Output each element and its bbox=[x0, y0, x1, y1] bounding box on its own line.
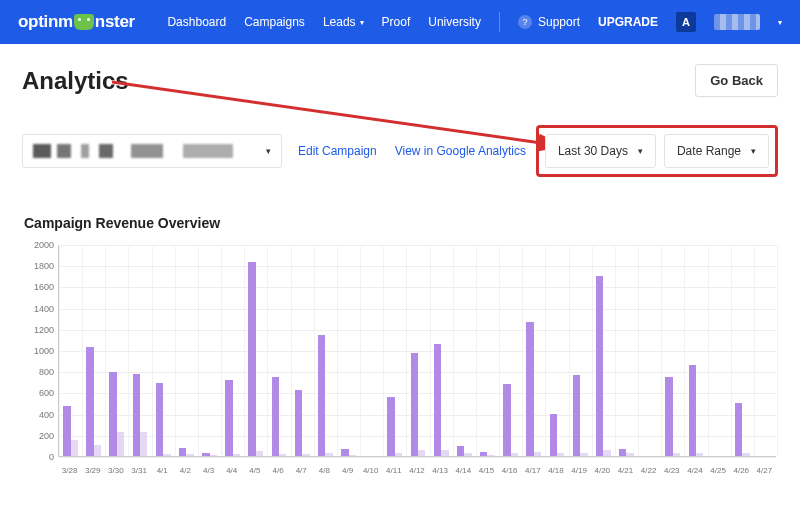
nav-leads[interactable]: Leads▾ bbox=[323, 15, 364, 29]
chart-bar bbox=[325, 453, 332, 456]
y-tick-label: 400 bbox=[18, 410, 54, 420]
x-tick-label: 4/8 bbox=[319, 466, 330, 475]
chart-bar bbox=[550, 414, 557, 456]
chart-bar bbox=[133, 374, 140, 456]
chart-bar bbox=[580, 453, 587, 456]
chart-bar bbox=[109, 372, 116, 456]
chart-bar bbox=[418, 450, 425, 456]
date-range-select[interactable]: Date Range ▾ bbox=[664, 134, 769, 168]
x-tick-label: 4/10 bbox=[363, 466, 379, 475]
logo-text-post: nster bbox=[95, 12, 135, 32]
chart-bar bbox=[534, 452, 541, 456]
nav-separator bbox=[499, 12, 500, 32]
x-tick-label: 4/25 bbox=[710, 466, 726, 475]
chart-bar bbox=[248, 262, 255, 456]
chart-bar bbox=[387, 397, 394, 456]
nav-support[interactable]: ?Support bbox=[518, 15, 580, 29]
chart-bar bbox=[225, 380, 232, 456]
chart-bar bbox=[742, 453, 749, 456]
chart-bar bbox=[302, 454, 309, 456]
y-tick-label: 1200 bbox=[18, 325, 54, 335]
controls-row: ▾ Edit Campaign View in Google Analytics… bbox=[22, 125, 778, 177]
question-icon: ? bbox=[518, 15, 532, 29]
chevron-down-icon: ▾ bbox=[751, 146, 756, 156]
view-google-analytics-link[interactable]: View in Google Analytics bbox=[395, 144, 526, 158]
y-tick-label: 800 bbox=[18, 367, 54, 377]
chart-bar bbox=[117, 432, 124, 456]
y-tick-label: 1400 bbox=[18, 304, 54, 314]
x-tick-label: 4/16 bbox=[502, 466, 518, 475]
x-tick-label: 4/19 bbox=[571, 466, 587, 475]
x-tick-label: 4/26 bbox=[733, 466, 749, 475]
chevron-down-icon: ▾ bbox=[638, 146, 643, 156]
date-preset-label: Last 30 Days bbox=[558, 144, 628, 158]
page-title: Analytics bbox=[22, 67, 129, 95]
chart-bar bbox=[341, 449, 348, 456]
username-obscured bbox=[714, 14, 760, 30]
chart-bar bbox=[272, 377, 279, 457]
page-body: Analytics Go Back ▾ Edit Campaign View i… bbox=[0, 44, 800, 475]
x-tick-label: 4/18 bbox=[548, 466, 564, 475]
x-tick-label: 4/1 bbox=[157, 466, 168, 475]
title-row: Analytics Go Back bbox=[22, 64, 778, 97]
x-tick-label: 4/13 bbox=[432, 466, 448, 475]
nav-upgrade[interactable]: UPGRADE bbox=[598, 15, 658, 29]
logo[interactable]: optinm nster bbox=[18, 12, 135, 32]
main-nav: Dashboard Campaigns Leads▾ Proof Univers… bbox=[167, 12, 782, 32]
chevron-down-icon[interactable]: ▾ bbox=[778, 18, 782, 27]
chart-bar bbox=[487, 455, 494, 456]
y-tick-label: 200 bbox=[18, 431, 54, 441]
x-tick-label: 4/4 bbox=[226, 466, 237, 475]
y-tick-label: 600 bbox=[18, 388, 54, 398]
chart-bar bbox=[441, 450, 448, 456]
go-back-button[interactable]: Go Back bbox=[695, 64, 778, 97]
chart-bar bbox=[256, 451, 263, 456]
x-tick-label: 4/2 bbox=[180, 466, 191, 475]
x-tick-label: 4/20 bbox=[594, 466, 610, 475]
chart-bar bbox=[673, 453, 680, 456]
x-tick-label: 3/30 bbox=[108, 466, 124, 475]
chart-bar bbox=[279, 454, 286, 456]
chart-bar bbox=[596, 276, 603, 456]
chart-bar bbox=[603, 450, 610, 456]
chart-bar bbox=[202, 453, 209, 456]
x-tick-label: 3/29 bbox=[85, 466, 101, 475]
nav-university[interactable]: University bbox=[428, 15, 481, 29]
campaign-select[interactable]: ▾ bbox=[22, 134, 282, 168]
revenue-chart: 02004006008001000120014001600180020003/2… bbox=[18, 245, 778, 475]
chart-bar bbox=[179, 448, 186, 456]
nav-proof[interactable]: Proof bbox=[382, 15, 411, 29]
nav-dashboard[interactable]: Dashboard bbox=[167, 15, 226, 29]
chart-bar bbox=[511, 453, 518, 456]
chart-bar bbox=[318, 335, 325, 456]
y-tick-label: 0 bbox=[18, 452, 54, 462]
x-tick-label: 4/7 bbox=[296, 466, 307, 475]
nav-campaigns[interactable]: Campaigns bbox=[244, 15, 305, 29]
x-tick-label: 4/24 bbox=[687, 466, 703, 475]
chart-bar bbox=[503, 384, 510, 456]
x-tick-label: 3/31 bbox=[131, 466, 147, 475]
edit-campaign-link[interactable]: Edit Campaign bbox=[298, 144, 377, 158]
date-range-label: Date Range bbox=[677, 144, 741, 158]
date-preset-select[interactable]: Last 30 Days ▾ bbox=[545, 134, 656, 168]
x-tick-label: 4/15 bbox=[479, 466, 495, 475]
chart-bar bbox=[526, 322, 533, 456]
chart-bar bbox=[210, 455, 217, 456]
chart-bar bbox=[233, 454, 240, 456]
chart-bar bbox=[464, 453, 471, 456]
chevron-down-icon: ▾ bbox=[266, 146, 271, 156]
x-tick-label: 4/27 bbox=[757, 466, 773, 475]
x-tick-label: 4/17 bbox=[525, 466, 541, 475]
chart-bar bbox=[665, 377, 672, 457]
avatar[interactable]: A bbox=[676, 12, 696, 32]
x-tick-label: 4/14 bbox=[456, 466, 472, 475]
x-tick-label: 4/6 bbox=[272, 466, 283, 475]
chart-bar bbox=[71, 440, 78, 456]
chart-bar bbox=[411, 353, 418, 456]
chart-bar bbox=[140, 432, 147, 456]
x-tick-label: 4/12 bbox=[409, 466, 425, 475]
x-tick-label: 4/22 bbox=[641, 466, 657, 475]
chart-bar bbox=[395, 453, 402, 456]
section-title: Campaign Revenue Overview bbox=[24, 215, 778, 231]
chart-bar bbox=[557, 453, 564, 456]
